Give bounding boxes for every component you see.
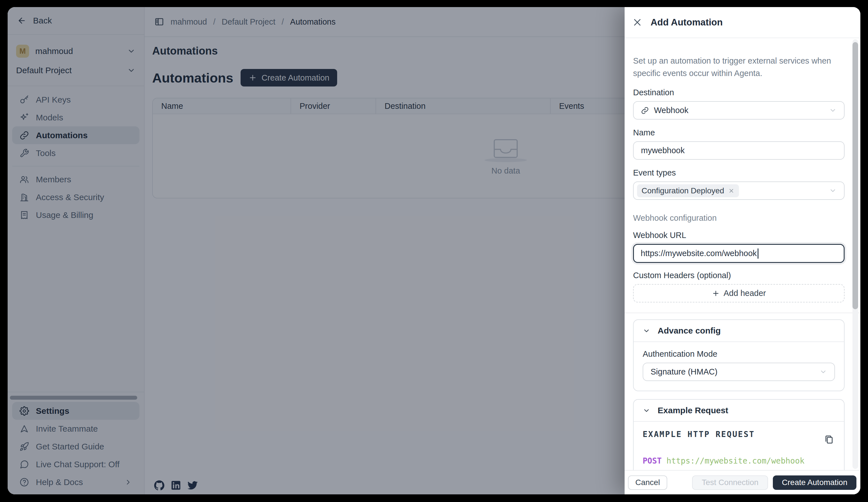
chevron-down-icon bbox=[643, 407, 650, 414]
event-type-tag: Configuration Deployed bbox=[637, 184, 739, 197]
advance-config-body: Authentication Mode Signature (HMAC) bbox=[634, 342, 844, 391]
text-cursor bbox=[757, 249, 758, 259]
auth-mode-select[interactable]: Signature (HMAC) bbox=[643, 363, 835, 381]
advance-config-panel: Advance config Authentication Mode Signa… bbox=[633, 319, 845, 391]
http-method: POST bbox=[643, 456, 662, 465]
webhook-url-value: https://mywebsite.com/webhook bbox=[641, 249, 757, 258]
request-url: https://mywebsite.com/webhook bbox=[666, 456, 805, 465]
auth-mode-label: Authentication Mode bbox=[643, 349, 835, 359]
drawer-header: Add Automation bbox=[624, 7, 860, 38]
add-header-button[interactable]: Add header bbox=[633, 284, 845, 302]
name-input[interactable]: mywebhook bbox=[633, 141, 845, 160]
section-divider bbox=[624, 313, 860, 313]
advance-config-header[interactable]: Advance config bbox=[634, 320, 844, 342]
chevron-down-icon bbox=[643, 327, 650, 335]
destination-select[interactable]: Webhook bbox=[633, 101, 845, 120]
example-request-header[interactable]: Example Request bbox=[634, 400, 844, 422]
destination-label: Destination bbox=[633, 88, 845, 97]
drawer-description: Set up an automation to trigger external… bbox=[633, 54, 840, 79]
close-icon[interactable] bbox=[632, 18, 642, 27]
custom-headers-label: Custom Headers (optional) bbox=[633, 271, 845, 280]
app-window: Back M mahmoud Default Project bbox=[8, 7, 860, 494]
name-label: Name bbox=[633, 128, 845, 137]
link-icon bbox=[641, 107, 649, 114]
scrollbar-thumb[interactable] bbox=[852, 42, 858, 309]
drawer-footer: Cancel Test Connection Create Automation bbox=[624, 470, 860, 494]
test-connection-button[interactable]: Test Connection bbox=[692, 475, 768, 490]
name-value: mywebhook bbox=[641, 146, 685, 155]
drawer-scrollbar[interactable] bbox=[852, 39, 858, 469]
webhook-config-section-title: Webhook configuration bbox=[633, 213, 845, 223]
code-caption: EXAMPLE HTTP REQUEST bbox=[643, 430, 755, 439]
cancel-button[interactable]: Cancel bbox=[628, 475, 667, 490]
add-automation-drawer: Add Automation Set up an automation to t… bbox=[624, 7, 860, 494]
example-request-panel: Example Request EXAMPLE HTTP REQUEST POS… bbox=[633, 399, 845, 470]
example-request-body: EXAMPLE HTTP REQUEST POST https://mywebs… bbox=[634, 422, 844, 470]
create-automation-submit-button[interactable]: Create Automation bbox=[773, 475, 856, 490]
chevron-down-icon bbox=[819, 368, 827, 376]
drawer-body: Set up an automation to trigger external… bbox=[624, 38, 860, 470]
webhook-url-input[interactable]: https://mywebsite.com/webhook bbox=[633, 244, 845, 263]
code-request-line: POST https://mywebsite.com/webhook bbox=[643, 456, 835, 465]
chevron-down-icon bbox=[829, 187, 837, 194]
auth-mode-value: Signature (HMAC) bbox=[651, 367, 717, 376]
chevron-down-icon bbox=[829, 107, 837, 114]
event-types-select[interactable]: Configuration Deployed bbox=[633, 181, 845, 200]
webhook-url-label: Webhook URL bbox=[633, 231, 845, 240]
event-types-label: Event types bbox=[633, 168, 845, 178]
plus-icon bbox=[712, 289, 720, 297]
drawer-title: Add Automation bbox=[651, 17, 723, 28]
destination-value: Webhook bbox=[654, 106, 689, 115]
remove-tag-icon[interactable] bbox=[728, 188, 734, 194]
copy-icon[interactable] bbox=[824, 434, 834, 445]
